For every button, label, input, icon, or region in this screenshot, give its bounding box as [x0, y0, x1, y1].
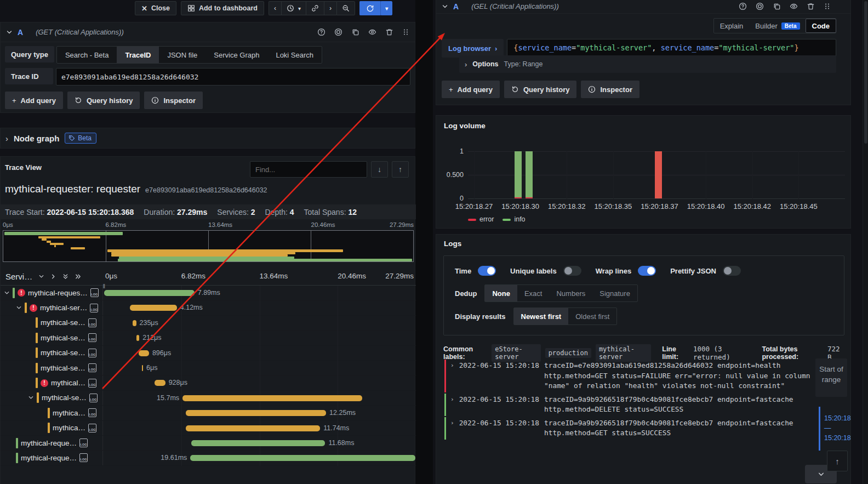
- chevron-right-icon[interactable]: [50, 274, 56, 280]
- inspector-button[interactable]: Inspector: [144, 92, 203, 109]
- span-logs-icon[interactable]: LOG: [88, 318, 96, 327]
- tab-search-beta[interactable]: Search - Beta: [57, 47, 117, 63]
- expand-chevron-icon[interactable]: ›: [450, 418, 454, 439]
- display-oldest-first[interactable]: Oldest first: [568, 308, 616, 324]
- span-row[interactable]: ! mythical-reques… LOG 7.89ms: [1, 286, 416, 300]
- span-logs-icon[interactable]: LOG: [90, 304, 98, 312]
- disable-query-icon[interactable]: [756, 2, 764, 10]
- disable-query-icon[interactable]: [334, 28, 342, 36]
- chevron-down-icon[interactable]: [28, 395, 34, 401]
- span-row[interactable]: ! mythical-ser… LOG 4.12ms: [1, 300, 416, 315]
- span-logs-icon[interactable]: LOG: [88, 424, 96, 432]
- log-volume-plot[interactable]: [468, 151, 845, 199]
- copy-link-button[interactable]: [306, 1, 324, 15]
- tab-service-graph[interactable]: Service Graph: [205, 47, 267, 63]
- find-prev-button[interactable]: ↑: [392, 161, 409, 178]
- tab-traceid[interactable]: TraceID: [117, 47, 159, 63]
- dedup-signature[interactable]: Signature: [592, 285, 637, 301]
- logql-query-field[interactable]: {service_name="mythical-server", service…: [507, 39, 836, 58]
- time-range-button[interactable]: ▾: [281, 1, 306, 15]
- trace-id-input[interactable]: [56, 68, 410, 86]
- mode-explain[interactable]: Explain: [714, 19, 750, 33]
- query-options-row[interactable]: › Options Type: Range: [459, 55, 836, 73]
- legend-info[interactable]: info: [502, 215, 525, 223]
- span-row[interactable]: mythical-reque… LOG 11.68ms: [1, 436, 416, 451]
- scroll-to-top-button[interactable]: ↑: [827, 451, 848, 471]
- service-operation-column-header[interactable]: Servi… ‖: [1, 267, 103, 285]
- find-input[interactable]: [250, 161, 367, 178]
- expand-chevron-icon[interactable]: ›: [450, 395, 454, 415]
- close-split-button[interactable]: ✕ Close: [135, 1, 176, 15]
- drag-handle-icon[interactable]: [402, 28, 409, 36]
- node-graph-section[interactable]: › Node graph Beta: [0, 128, 415, 149]
- prettify-json-toggle[interactable]: [723, 266, 741, 276]
- span-row[interactable]: mythica… LOG 11.74ms: [1, 421, 416, 436]
- help-icon[interactable]: [317, 28, 326, 36]
- log-row[interactable]: › 2022-06-15 15:20:18 traceID=9a9b926651…: [444, 417, 815, 440]
- span-logs-icon[interactable]: LOG: [88, 408, 96, 417]
- chevron-down-icon[interactable]: [38, 274, 44, 280]
- span-row[interactable]: mythical-se… LOG 6μs: [1, 361, 416, 375]
- display-newest-first[interactable]: Newest first: [514, 308, 569, 324]
- time-shift-left-button[interactable]: ‹: [269, 1, 281, 15]
- help-icon[interactable]: [739, 2, 747, 10]
- span-row[interactable]: mythica… LOG 12.25ms: [1, 406, 416, 420]
- span-logs-icon[interactable]: LOG: [88, 379, 96, 388]
- time-shift-right-button[interactable]: ›: [324, 1, 336, 15]
- vertical-scrollbar[interactable]: [863, 0, 868, 484]
- add-query-button[interactable]: +Add query: [5, 92, 63, 109]
- span-row[interactable]: mythical-reque… LOG 19.61ms: [1, 451, 416, 465]
- legend-error[interactable]: error: [468, 215, 494, 223]
- dedup-numbers[interactable]: Numbers: [549, 285, 592, 301]
- drag-handle-icon[interactable]: [824, 2, 831, 10]
- dedup-none[interactable]: None: [485, 285, 517, 301]
- expand-chevron-icon[interactable]: ›: [450, 361, 454, 391]
- info-bar[interactable]: [515, 151, 522, 198]
- trace-minimap[interactable]: [3, 230, 414, 262]
- double-chevron-right-icon[interactable]: [75, 274, 82, 280]
- chevron-down-icon[interactable]: [4, 290, 10, 296]
- chevron-down-icon[interactable]: [16, 305, 22, 311]
- error-bar[interactable]: [655, 151, 662, 198]
- log-browser-button[interactable]: Log browser›: [442, 39, 504, 58]
- span-logs-icon[interactable]: LOG: [88, 363, 96, 372]
- span-logs-icon[interactable]: LOG: [89, 394, 98, 402]
- span-logs-icon[interactable]: LOG: [88, 349, 96, 357]
- span-row[interactable]: mythical-se… LOG 15.7ms: [1, 391, 416, 406]
- add-query-button[interactable]: +Add query: [442, 81, 500, 98]
- span-row[interactable]: mythical-se… LOG 896μs: [1, 346, 416, 361]
- span-row[interactable]: mythical-se… LOG 235μs: [1, 316, 416, 331]
- eye-icon[interactable]: [368, 28, 376, 36]
- copy-icon[interactable]: [351, 28, 359, 36]
- span-logs-icon[interactable]: LOG: [88, 333, 96, 342]
- query-row-header[interactable]: A (GEL (Critical Applications)): [436, 0, 850, 14]
- query-history-button[interactable]: Query history: [504, 81, 577, 98]
- wrap-lines-toggle[interactable]: [638, 266, 656, 276]
- inspector-button[interactable]: Inspector: [581, 81, 639, 98]
- label-chip[interactable]: production: [545, 348, 591, 358]
- add-to-dashboard-button[interactable]: Add to dashboard: [181, 1, 264, 15]
- span-row[interactable]: ! mythical… LOG 928μs: [1, 375, 416, 390]
- tab-json-file[interactable]: JSON file: [159, 47, 205, 63]
- find-next-button[interactable]: ↓: [371, 161, 388, 178]
- query-row-header[interactable]: A (GET (Critical Applications)): [1, 22, 415, 42]
- query-history-button[interactable]: Query history: [67, 92, 140, 109]
- refresh-button[interactable]: [359, 1, 381, 15]
- trash-icon[interactable]: [385, 28, 393, 36]
- double-chevron-down-icon[interactable]: [62, 273, 68, 280]
- time-toggle[interactable]: [478, 266, 496, 276]
- copy-icon[interactable]: [773, 2, 781, 10]
- mode-builder[interactable]: BuilderBeta: [749, 19, 806, 33]
- span-logs-icon[interactable]: LOG: [79, 439, 88, 447]
- span-logs-icon[interactable]: LOG: [90, 288, 99, 297]
- span-logs-icon[interactable]: LOG: [79, 453, 88, 462]
- eye-icon[interactable]: [790, 2, 798, 10]
- log-row[interactable]: › 2022-06-15 15:20:18 traceID=e7e893091a…: [444, 360, 815, 392]
- log-row[interactable]: › 2022-06-15 15:20:18 traceID=9a9b926651…: [444, 394, 815, 416]
- mode-code[interactable]: Code: [806, 19, 837, 33]
- trash-icon[interactable]: [807, 2, 815, 10]
- unique-labels-toggle[interactable]: [563, 266, 581, 276]
- info-bar[interactable]: [526, 151, 533, 198]
- span-row[interactable]: mythical-se… LOG 212μs: [1, 331, 416, 345]
- dedup-exact[interactable]: Exact: [517, 285, 550, 301]
